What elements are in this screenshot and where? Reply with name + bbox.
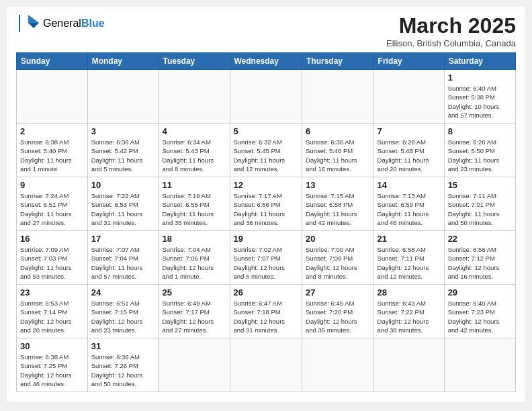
logo-blue-text: Blue [81, 17, 105, 29]
calendar-day-cell: 13Sunrise: 7:15 AM Sunset: 6:58 PM Dayli… [302, 177, 374, 231]
day-number: 8 [448, 126, 512, 136]
day-info: Sunrise: 6:32 AM Sunset: 5:45 PM Dayligh… [234, 138, 299, 173]
calendar-week-row-1: 1Sunrise: 6:40 AM Sunset: 5:38 PM Daylig… [17, 70, 516, 124]
col-tuesday: Tuesday [159, 53, 230, 70]
calendar-day-cell: 15Sunrise: 7:11 AM Sunset: 7:01 PM Dayli… [444, 177, 515, 231]
day-info: Sunrise: 7:15 AM Sunset: 6:58 PM Dayligh… [306, 191, 370, 227]
day-number: 14 [378, 180, 441, 190]
calendar-day-cell: 27Sunrise: 6:45 AM Sunset: 7:20 PM Dayli… [302, 285, 374, 338]
col-monday: Monday [87, 53, 159, 70]
day-info: Sunrise: 6:51 AM Sunset: 7:15 PM Dayligh… [91, 299, 155, 334]
day-info: Sunrise: 6:40 AM Sunset: 7:23 PM Dayligh… [448, 299, 512, 334]
day-number: 26 [234, 287, 299, 298]
day-number: 19 [234, 234, 299, 244]
day-info: Sunrise: 6:40 AM Sunset: 5:38 PM Dayligh… [448, 84, 512, 120]
calendar-week-row-5: 23Sunrise: 6:53 AM Sunset: 7:14 PM Dayli… [17, 285, 516, 338]
calendar-week-row-3: 9Sunrise: 7:24 AM Sunset: 6:51 PM Daylig… [17, 177, 516, 231]
day-info: Sunrise: 7:17 AM Sunset: 6:56 PM Dayligh… [234, 191, 299, 227]
calendar-day-cell: 29Sunrise: 6:40 AM Sunset: 7:23 PM Dayli… [444, 285, 515, 338]
calendar-day-cell: 12Sunrise: 7:17 AM Sunset: 6:56 PM Dayli… [230, 177, 302, 231]
calendar-day-cell: 14Sunrise: 7:13 AM Sunset: 6:59 PM Dayli… [373, 177, 444, 231]
day-number: 22 [448, 234, 512, 244]
title-block: March 2025 Ellison, British Columbia, Ca… [386, 13, 516, 48]
day-number: 3 [91, 126, 155, 136]
month-title: March 2025 [386, 13, 516, 38]
calendar-day-cell: 25Sunrise: 6:49 AM Sunset: 7:17 PM Dayli… [159, 285, 230, 338]
col-friday: Friday [373, 53, 444, 70]
calendar-day-cell: 21Sunrise: 6:58 AM Sunset: 7:11 PM Dayli… [373, 231, 444, 285]
col-saturday: Saturday [444, 53, 515, 70]
calendar-day-cell: 3Sunrise: 6:36 AM Sunset: 5:42 PM Daylig… [87, 124, 159, 177]
day-number: 13 [306, 180, 370, 190]
day-info: Sunrise: 6:43 AM Sunset: 7:22 PM Dayligh… [378, 299, 441, 334]
calendar-day-cell: 5Sunrise: 6:32 AM Sunset: 5:45 PM Daylig… [230, 124, 302, 177]
day-number: 17 [91, 234, 155, 244]
day-info: Sunrise: 6:49 AM Sunset: 7:17 PM Dayligh… [162, 299, 226, 334]
day-number: 24 [91, 287, 155, 298]
day-number: 4 [162, 126, 226, 136]
calendar-day-cell [87, 70, 159, 124]
logo: GeneralBlue [16, 13, 105, 34]
day-info: Sunrise: 6:47 AM Sunset: 7:18 PM Dayligh… [234, 299, 299, 334]
calendar-day-cell: 10Sunrise: 7:22 AM Sunset: 6:53 PM Dayli… [87, 177, 159, 231]
calendar-day-cell: 7Sunrise: 6:28 AM Sunset: 5:48 PM Daylig… [373, 124, 444, 177]
day-number: 25 [162, 287, 226, 298]
day-number: 10 [91, 180, 155, 190]
calendar-week-row-2: 2Sunrise: 6:38 AM Sunset: 5:40 PM Daylig… [17, 124, 516, 177]
calendar-day-cell: 20Sunrise: 7:00 AM Sunset: 7:09 PM Dayli… [302, 231, 374, 285]
page: GeneralBlue March 2025 Ellison, British … [7, 7, 525, 402]
calendar-day-cell: 23Sunrise: 6:53 AM Sunset: 7:14 PM Dayli… [17, 285, 88, 338]
day-number: 31 [91, 341, 155, 351]
day-number: 23 [20, 287, 84, 298]
calendar-day-cell [17, 70, 88, 124]
day-info: Sunrise: 6:26 AM Sunset: 5:50 PM Dayligh… [448, 138, 512, 173]
location: Ellison, British Columbia, Canada [386, 38, 516, 48]
day-info: Sunrise: 6:28 AM Sunset: 5:48 PM Dayligh… [378, 138, 441, 173]
day-info: Sunrise: 7:19 AM Sunset: 6:55 PM Dayligh… [162, 191, 226, 227]
calendar-day-cell: 22Sunrise: 6:56 AM Sunset: 7:12 PM Dayli… [444, 231, 515, 285]
calendar-day-cell: 17Sunrise: 7:07 AM Sunset: 7:04 PM Dayli… [87, 231, 159, 285]
calendar-header-row: Sunday Monday Tuesday Wednesday Thursday… [17, 53, 516, 70]
header: GeneralBlue March 2025 Ellison, British … [16, 13, 516, 48]
calendar-day-cell: 8Sunrise: 6:26 AM Sunset: 5:50 PM Daylig… [444, 124, 515, 177]
day-info: Sunrise: 6:38 AM Sunset: 7:25 PM Dayligh… [20, 353, 84, 388]
calendar-day-cell: 26Sunrise: 6:47 AM Sunset: 7:18 PM Dayli… [230, 285, 302, 338]
logo-icon [16, 13, 40, 34]
day-number: 12 [234, 180, 299, 190]
day-number: 30 [20, 341, 84, 351]
day-number: 6 [306, 126, 370, 136]
calendar-day-cell [159, 338, 230, 392]
day-number: 28 [378, 287, 441, 298]
calendar-day-cell: 11Sunrise: 7:19 AM Sunset: 6:55 PM Dayli… [159, 177, 230, 231]
col-thursday: Thursday [302, 53, 374, 70]
day-number: 5 [234, 126, 299, 136]
calendar-day-cell [373, 338, 444, 392]
day-number: 15 [448, 180, 512, 190]
calendar-day-cell: 16Sunrise: 7:09 AM Sunset: 7:03 PM Dayli… [17, 231, 88, 285]
calendar-day-cell: 2Sunrise: 6:38 AM Sunset: 5:40 PM Daylig… [17, 124, 88, 177]
calendar-day-cell: 24Sunrise: 6:51 AM Sunset: 7:15 PM Dayli… [87, 285, 159, 338]
day-number: 21 [378, 234, 441, 244]
calendar-table: Sunday Monday Tuesday Wednesday Thursday… [16, 52, 516, 392]
svg-rect-3 [19, 15, 20, 32]
day-number: 11 [162, 180, 226, 190]
day-number: 2 [20, 126, 84, 136]
calendar-day-cell [302, 70, 374, 124]
day-info: Sunrise: 7:04 AM Sunset: 7:06 PM Dayligh… [162, 245, 226, 281]
day-info: Sunrise: 7:11 AM Sunset: 7:01 PM Dayligh… [448, 191, 512, 227]
calendar-week-row-4: 16Sunrise: 7:09 AM Sunset: 7:03 PM Dayli… [17, 231, 516, 285]
day-info: Sunrise: 7:24 AM Sunset: 6:51 PM Dayligh… [20, 191, 84, 227]
calendar-day-cell [373, 70, 444, 124]
calendar-day-cell [230, 338, 302, 392]
calendar-day-cell: 4Sunrise: 6:34 AM Sunset: 5:43 PM Daylig… [159, 124, 230, 177]
day-info: Sunrise: 6:53 AM Sunset: 7:14 PM Dayligh… [20, 299, 84, 334]
col-sunday: Sunday [17, 53, 88, 70]
day-number: 7 [378, 126, 441, 136]
calendar-day-cell: 9Sunrise: 7:24 AM Sunset: 6:51 PM Daylig… [17, 177, 88, 231]
calendar-day-cell [159, 70, 230, 124]
logo-text: GeneralBlue [43, 17, 105, 30]
calendar-day-cell: 18Sunrise: 7:04 AM Sunset: 7:06 PM Dayli… [159, 231, 230, 285]
calendar-day-cell [302, 338, 374, 392]
calendar-day-cell: 1Sunrise: 6:40 AM Sunset: 5:38 PM Daylig… [444, 70, 515, 124]
day-number: 20 [306, 234, 370, 244]
